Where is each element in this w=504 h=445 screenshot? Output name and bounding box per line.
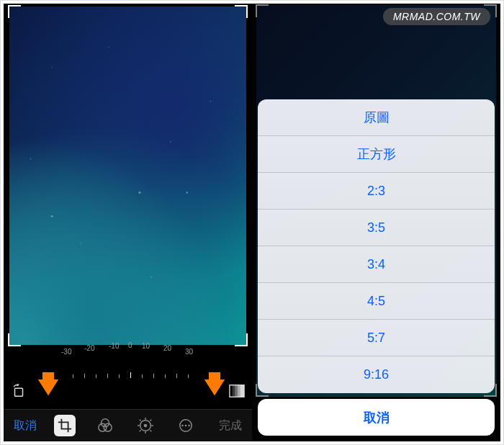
aspect-ratio-sheet: 原圖 正方形 2:3 3:5 3:4 4:5 5:7 9:16 取消 xyxy=(258,99,495,436)
tab-filters[interactable] xyxy=(94,415,116,436)
dial-label: 20 xyxy=(163,344,171,352)
svg-line-17 xyxy=(139,430,140,431)
dial-label: -20 xyxy=(84,344,94,352)
svg-point-8 xyxy=(104,423,112,431)
svg-point-6 xyxy=(101,419,109,427)
svg-line-15 xyxy=(150,430,151,431)
tab-adjust[interactable] xyxy=(135,415,156,436)
more-icon xyxy=(178,418,194,433)
done-button[interactable]: 完成 xyxy=(215,418,246,433)
rotate-button[interactable] xyxy=(11,383,27,399)
filters-icon xyxy=(97,418,113,433)
editor-bottom-bar: 取消 xyxy=(4,410,252,441)
aspect-ratio-button[interactable] xyxy=(229,383,245,399)
svg-line-14 xyxy=(139,420,140,421)
rotate-icon xyxy=(11,383,27,399)
dial-label: -30 xyxy=(61,348,71,356)
aspect-option-5-7[interactable]: 5:7 xyxy=(258,320,495,356)
aspect-option-3-4[interactable]: 3:4 xyxy=(258,246,495,283)
crop-handle-tl[interactable] xyxy=(8,5,21,18)
dial-label: 30 xyxy=(185,348,193,356)
svg-point-21 xyxy=(184,425,186,427)
sheet-cancel-button[interactable]: 取消 xyxy=(258,399,495,436)
svg-rect-5 xyxy=(240,385,245,397)
aspect-ratio-icon xyxy=(229,384,245,398)
crop-icon xyxy=(57,418,73,433)
svg-point-18 xyxy=(143,424,147,428)
screen-aspect-sheet: 原圖 正方形 2:3 3:5 3:4 4:5 5:7 9:16 取消 xyxy=(252,4,500,441)
svg-rect-0 xyxy=(15,388,23,396)
screen-crop-editor: -30 -20 -10 0 10 20 30 xyxy=(4,4,252,441)
aspect-option-4-5[interactable]: 4:5 xyxy=(258,283,495,320)
aspect-option-3-5[interactable]: 3:5 xyxy=(258,210,495,246)
aspect-option-square[interactable]: 正方形 xyxy=(258,136,495,173)
tab-more[interactable] xyxy=(175,415,197,436)
svg-point-22 xyxy=(188,425,190,427)
aspect-option-2-3[interactable]: 2:3 xyxy=(258,173,495,210)
annotation-arrow xyxy=(38,379,58,395)
watermark: MRMAD.COM.TW xyxy=(383,8,490,25)
svg-point-20 xyxy=(181,425,184,427)
comparison-frame: -30 -20 -10 0 10 20 30 xyxy=(0,0,504,445)
image-preview[interactable] xyxy=(9,6,246,345)
dial-label: -10 xyxy=(109,342,119,350)
dial-label: 0 xyxy=(128,342,132,349)
crop-handle-tr[interactable] xyxy=(235,5,248,18)
aspect-option-original[interactable]: 原圖 xyxy=(258,99,495,136)
dial-label: 10 xyxy=(142,342,150,350)
annotation-arrow xyxy=(204,379,225,395)
svg-line-16 xyxy=(150,420,151,421)
aspect-option-9-16[interactable]: 9:16 xyxy=(258,356,495,393)
tab-crop[interactable] xyxy=(54,415,76,436)
aspect-ratio-list: 原圖 正方形 2:3 3:5 3:4 4:5 5:7 9:16 xyxy=(258,99,495,393)
adjust-icon xyxy=(138,418,153,433)
